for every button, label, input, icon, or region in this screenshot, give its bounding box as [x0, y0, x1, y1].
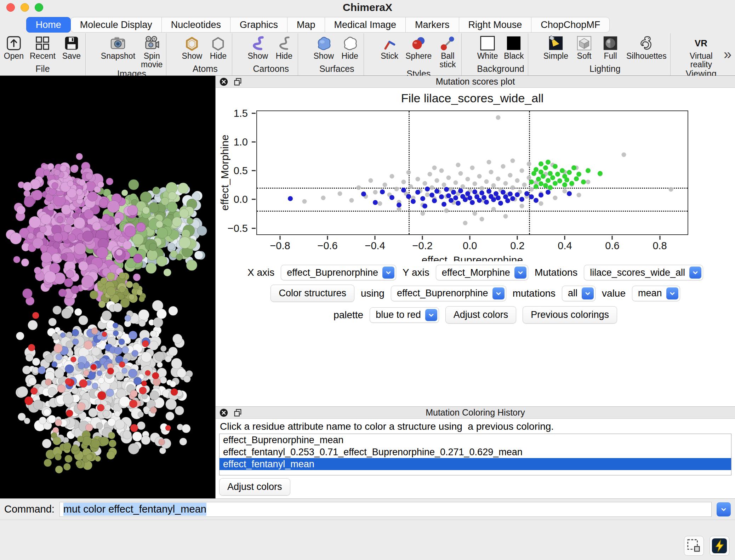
toolbar-button-styles-ball-stick[interactable]: Ball stick — [437, 35, 458, 69]
history-adjust-colors-button[interactable]: Adjust colors — [219, 478, 290, 496]
toolbar-button-label: Snapshot — [101, 52, 135, 60]
palette-select[interactable]: blue to red — [370, 307, 439, 323]
list-item[interactable]: effect_fentanyl_0.253_0.71_effect_Bupren… — [220, 446, 731, 458]
toolbar-button-atoms-hide[interactable]: Hide — [208, 35, 228, 60]
toolbar-button-styles-sphere[interactable]: Sphere — [405, 35, 432, 60]
x-axis-select[interactable]: effect_Buprenorphine — [281, 265, 396, 280]
scatter-point — [486, 189, 491, 194]
x-tick-mark — [422, 236, 423, 240]
save-icon — [63, 35, 80, 52]
x-tick-mark — [375, 236, 376, 240]
toolbar-button-lighting-full[interactable]: Full — [600, 35, 621, 60]
toolbar-button-lighting-simple[interactable]: Simple — [543, 35, 568, 60]
scatter-point — [484, 179, 489, 184]
tab-markers[interactable]: Markers — [405, 17, 459, 33]
command-input[interactable]: mut color effect_fentanyl_mean — [59, 502, 712, 517]
scatter-point — [427, 172, 432, 177]
toolbar-button-label: Spin movie — [141, 52, 163, 69]
toolbar-button-styles-stick[interactable]: Stick — [379, 35, 400, 60]
y-axis-select[interactable]: effect_Morphine — [436, 265, 528, 280]
toolbar-button-atoms-show[interactable]: Show — [182, 35, 202, 60]
toolbar-button-images-snapshot[interactable]: Snapshot — [101, 35, 135, 60]
toolbar-button-label: Virtual reality — [690, 52, 713, 69]
using-attribute-select[interactable]: effect_Buprenorphine — [391, 286, 506, 301]
toolbar-button-file-recent[interactable]: Recent — [30, 35, 56, 60]
tab-nucleotides[interactable]: Nucleotides — [161, 17, 230, 33]
tab-map[interactable]: Map — [287, 17, 325, 33]
scatter-point — [451, 190, 456, 195]
graphics-viewport[interactable] — [0, 76, 215, 498]
x-tick-mark — [327, 236, 328, 240]
close-window-button[interactable] — [6, 3, 15, 12]
scatter-point — [434, 178, 439, 183]
previous-colorings-button[interactable]: Previous colorings — [523, 306, 617, 324]
toolbar-button-background-black[interactable]: Black — [503, 35, 524, 60]
scatter-point — [541, 174, 546, 179]
zoom-window-button[interactable] — [35, 3, 43, 12]
tab-medical-image[interactable]: Medical Image — [325, 17, 406, 33]
selection-mode-button[interactable] — [684, 536, 704, 556]
x-axis-label: effect_Buprenorphine — [256, 254, 688, 261]
scatter-point — [449, 198, 454, 203]
tab-bar: HomeMolecule DisplayNucleotidesGraphicsM… — [0, 15, 685, 33]
tab-home[interactable]: Home — [26, 17, 71, 33]
y-tick-mark — [252, 170, 256, 171]
scatter-point — [491, 183, 496, 188]
scatter-point — [564, 177, 569, 182]
y-axis-combo-label: Y axis — [403, 267, 429, 278]
toolbar-button-lighting-soft[interactable]: Soft — [574, 35, 594, 60]
float-panel-icon[interactable] — [233, 408, 243, 417]
scatter-point — [380, 189, 385, 194]
tab-chopchopmf[interactable]: ChopChopMF — [531, 17, 610, 33]
scatter-point — [456, 163, 460, 167]
scatter-point — [529, 194, 534, 199]
toolbar-button-cartoons-show[interactable]: Show — [247, 35, 268, 60]
scatter-point — [406, 194, 411, 199]
scatter-point — [529, 187, 534, 192]
float-panel-icon[interactable] — [233, 77, 243, 86]
scatter-point — [546, 160, 551, 165]
list-item[interactable]: effect_fentanyl_mean — [220, 458, 731, 470]
toolbar-button-surfaces-hide[interactable]: Hide — [340, 35, 360, 60]
toolbar-overflow-button[interactable]: » — [720, 33, 735, 75]
lightning-button[interactable] — [710, 536, 729, 556]
scatter-point — [463, 221, 467, 225]
adjust-colors-button[interactable]: Adjust colors — [445, 306, 517, 324]
color-structures-button[interactable]: Color structures — [270, 285, 354, 302]
tab-graphics[interactable]: Graphics — [230, 17, 287, 33]
scatter-point — [560, 168, 565, 173]
toolbar-button-file-save[interactable]: Save — [61, 35, 82, 60]
toolbar-button-lighting-silhouettes[interactable]: Silhouettes — [626, 35, 667, 60]
command-row: Command: mut color effect_fentanyl_mean — [0, 498, 735, 520]
y-tick-label: 1.0 — [234, 136, 248, 148]
toolbar-button-label: White — [477, 52, 498, 60]
toolbar-button-label: Simple — [543, 52, 568, 60]
chevron-down-icon — [382, 267, 394, 279]
toolbar-button-file-open[interactable]: Open — [4, 35, 24, 60]
x-tick-mark — [659, 236, 660, 240]
toolbar-button-surfaces-show[interactable]: Show — [313, 35, 334, 60]
scatter-point — [409, 184, 413, 189]
mutations-filter-select[interactable]: all — [562, 286, 596, 301]
command-history-dropdown[interactable] — [717, 502, 731, 516]
mutations-select[interactable]: lilace_scores_wide_all — [584, 265, 703, 280]
toolbar-button-images-spin-movie[interactable]: Spin movie — [141, 35, 163, 69]
close-panel-icon[interactable] — [219, 408, 228, 417]
value-select[interactable]: mean — [632, 286, 680, 301]
close-panel-icon[interactable] — [219, 77, 228, 86]
scatter-point — [425, 192, 430, 197]
chevron-down-icon — [582, 287, 594, 299]
scatter-point — [527, 162, 531, 166]
stick-style-icon — [381, 35, 398, 52]
scatter-point — [397, 207, 401, 212]
tab-right-mouse[interactable]: Right Mouse — [459, 17, 532, 33]
toolbar-button-viewing-virtual-reality[interactable]: VRVirtual reality — [690, 35, 713, 69]
tab-molecule-display[interactable]: Molecule Display — [70, 17, 162, 33]
toolbar-button-cartoons-hide[interactable]: Hide — [274, 35, 294, 60]
scatter-point — [456, 201, 461, 206]
minimize-window-button[interactable] — [21, 3, 29, 12]
y-tick-mark — [252, 228, 256, 229]
list-item[interactable]: effect_Buprenorphine_mean — [220, 434, 731, 446]
scatter-point — [555, 172, 560, 177]
toolbar-button-background-white[interactable]: White — [477, 35, 498, 60]
